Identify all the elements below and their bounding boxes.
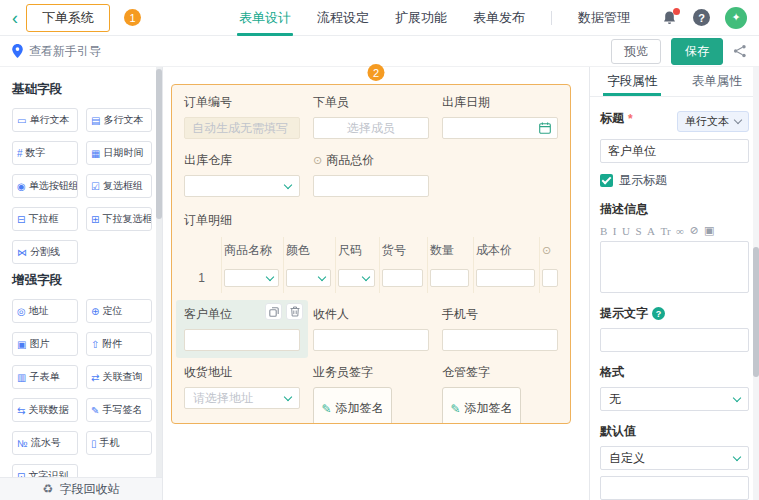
field-button-datetime[interactable]: ▦日期时间	[86, 141, 152, 165]
share-icon[interactable]	[733, 44, 747, 58]
field-button-attachment[interactable]: ⇧附件	[86, 332, 152, 356]
format-select[interactable]: 无	[600, 387, 749, 411]
warehouse-select[interactable]	[184, 175, 300, 197]
field-sales-signature[interactable]: 业务员签字 ✎ 添加签名	[313, 364, 429, 424]
hint-input[interactable]	[600, 328, 749, 352]
default-value-input[interactable]	[600, 476, 749, 500]
field-type-dropdown[interactable]: 单行文本	[677, 111, 749, 132]
link-icon[interactable]: ∞	[676, 225, 684, 237]
field-ship-date[interactable]: 出库日期	[442, 94, 558, 139]
subform-order-detail[interactable]: 订单明细 商品名称 颜色 尺码 货号 数量 成本价 ⊙	[184, 212, 558, 293]
main-area: 基础字段 ▭单行文本 ▤多行文本 #数字 ▦日期时间 ◉单选按钮组 ☑复选框组 …	[0, 67, 759, 500]
add-signature-button[interactable]: ✎ 添加签名	[313, 387, 392, 424]
description-editor[interactable]	[600, 241, 749, 293]
field-manager-signature[interactable]: 仓管签字 ✎ 添加签名	[442, 364, 558, 424]
newbie-guide-link[interactable]: 查看新手引导	[12, 43, 101, 60]
field-button-subform[interactable]: ▥子表单	[12, 365, 78, 389]
orderer-input[interactable]: 选择成员	[313, 117, 429, 139]
datetime-icon: ▦	[91, 148, 100, 159]
annotation-badge-2: 2	[368, 64, 385, 81]
default-value-select[interactable]: 自定义	[600, 446, 749, 470]
tab-form-design[interactable]: 表单设计	[239, 0, 291, 36]
field-order-number[interactable]: 订单编号 自动生成无需填写	[184, 94, 300, 139]
tab-form-properties[interactable]: 表单属性	[675, 67, 759, 96]
field-recipient[interactable]: 收件人	[313, 306, 429, 351]
bold-icon[interactable]: B	[600, 225, 607, 237]
user-avatar[interactable]: ✦	[725, 7, 747, 29]
form-title[interactable]: 下单系统	[26, 4, 110, 32]
radio-group-icon: ◉	[17, 181, 26, 192]
recipient-input[interactable]	[313, 329, 429, 351]
field-button-serial-number[interactable]: №流水号	[12, 431, 78, 455]
field-button-image[interactable]: ▣图片	[12, 332, 78, 356]
field-button-number[interactable]: #数字	[12, 141, 78, 165]
field-button-radio-group[interactable]: ◉单选按钮组	[12, 174, 78, 198]
preview-button[interactable]: 预览	[611, 39, 661, 64]
field-delivery-address[interactable]: 收货地址 请选择地址	[184, 364, 300, 424]
secondary-toolbar: 查看新手引导 预览 保存	[0, 36, 759, 67]
color-select[interactable]	[286, 269, 331, 287]
ship-date-input[interactable]	[442, 117, 558, 139]
cost-price-input[interactable]	[476, 269, 535, 287]
font-size-icon[interactable]: Tr	[661, 225, 671, 237]
field-customer-selected[interactable]: 客户单位	[176, 300, 308, 358]
field-warehouse[interactable]: 出库仓库	[184, 152, 300, 197]
field-phone-number[interactable]: 手机号	[442, 306, 558, 351]
show-title-checkbox[interactable]: 显示标题	[600, 172, 749, 189]
hint-help-icon[interactable]: ?	[652, 307, 665, 320]
field-orderer[interactable]: 下单员 选择成员	[313, 94, 429, 139]
save-button[interactable]: 保存	[671, 38, 723, 65]
field-recycle-bin[interactable]: ♻ 字段回收站	[0, 477, 162, 500]
field-button-divider[interactable]: ⋈分割线	[12, 240, 78, 264]
field-button-checkbox-group[interactable]: ☑复选框组	[86, 174, 152, 198]
field-button-multi-dropdown[interactable]: ⊞下拉复选框	[86, 207, 152, 231]
delete-icon[interactable]	[286, 303, 303, 320]
hint-label: 提示文字?	[600, 305, 749, 322]
field-button-linked-query[interactable]: ⇄关联查询	[86, 365, 152, 389]
tab-publish[interactable]: 表单发布	[473, 0, 525, 36]
field-button-signature[interactable]: ✎手写签名	[86, 398, 152, 422]
amount-input[interactable]	[542, 269, 558, 287]
field-button-single-line-text[interactable]: ▭单行文本	[12, 108, 78, 132]
pen-icon: ✎	[450, 402, 460, 416]
help-icon[interactable]: ?	[693, 9, 710, 26]
add-signature-button[interactable]: ✎ 添加签名	[442, 387, 521, 424]
item-number-input[interactable]	[382, 269, 423, 287]
field-button-location[interactable]: ⊕定位	[86, 299, 152, 323]
product-name-select[interactable]	[224, 269, 279, 287]
tab-data-management[interactable]: 数据管理	[578, 0, 630, 36]
field-title-input[interactable]: 客户单位	[600, 139, 749, 163]
tab-field-properties[interactable]: 字段属性	[590, 67, 675, 96]
total-price-input[interactable]	[313, 175, 429, 197]
phone-number-input[interactable]	[442, 329, 558, 351]
strikethrough-icon[interactable]: S	[635, 225, 641, 237]
dropdown-icon: ⊟	[17, 214, 25, 225]
copy-icon[interactable]	[265, 303, 282, 320]
sidebar-scroll-thumb[interactable]	[156, 69, 162, 219]
field-button-linked-data[interactable]: ⇆关联数据	[12, 398, 78, 422]
back-icon[interactable]: ‹	[12, 9, 18, 27]
font-color-icon[interactable]: A	[647, 225, 655, 237]
delivery-address-select[interactable]: 请选择地址	[184, 387, 300, 409]
clear-format-icon[interactable]: ⊘	[689, 224, 698, 237]
panel-scrollbar[interactable]	[753, 67, 759, 500]
order-number-input[interactable]: 自动生成无需填写	[184, 117, 300, 139]
customer-input[interactable]	[184, 329, 300, 351]
notification-bell-icon[interactable]	[662, 10, 678, 26]
italic-icon[interactable]: I	[613, 225, 617, 237]
size-select[interactable]	[338, 269, 375, 287]
insert-image-icon[interactable]: ▣	[704, 224, 714, 237]
panel-scroll-thumb[interactable]	[753, 247, 759, 377]
sidebar-scrollbar[interactable]	[156, 67, 162, 477]
tab-workflow[interactable]: 流程设定	[317, 0, 369, 36]
underline-icon[interactable]: U	[622, 225, 630, 237]
field-button-phone[interactable]: ▯手机	[86, 431, 152, 455]
field-total-price[interactable]: ⊙商品总价	[313, 152, 429, 197]
tab-extensions[interactable]: 扩展功能	[395, 0, 447, 36]
field-button-dropdown[interactable]: ⊟下拉框	[12, 207, 78, 231]
field-button-multi-line-text[interactable]: ▤多行文本	[86, 108, 152, 132]
field-button-address[interactable]: ◎地址	[12, 299, 78, 323]
format-label: 格式	[600, 364, 749, 381]
form-canvas[interactable]: 订单编号 自动生成无需填写 下单员 选择成员 出库日期	[171, 84, 571, 424]
quantity-input[interactable]	[430, 269, 469, 287]
